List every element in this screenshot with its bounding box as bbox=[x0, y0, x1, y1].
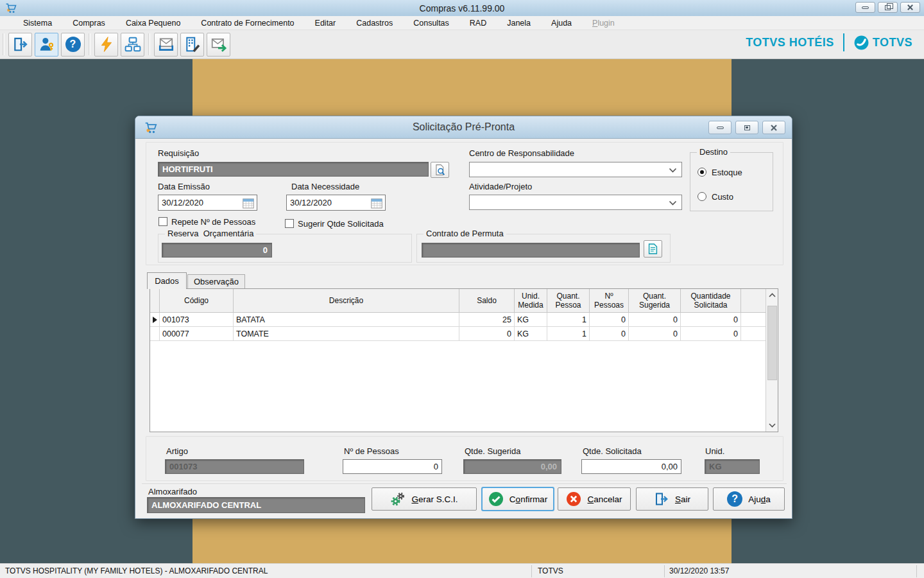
toolbar-separator bbox=[148, 33, 150, 55]
menu-contrato-fornecimento[interactable]: Contrato de Fornecimento bbox=[191, 16, 304, 30]
building-edit-button[interactable] bbox=[180, 33, 204, 57]
destino-groupbox: Destino Estoque Custo bbox=[690, 152, 773, 211]
n-pessoas-field[interactable]: 0 bbox=[343, 459, 442, 474]
exit-button[interactable] bbox=[8, 33, 32, 57]
menu-editar[interactable]: Editar bbox=[305, 16, 346, 30]
detail-panel bbox=[146, 436, 783, 481]
tab-observacao[interactable]: Observação bbox=[187, 274, 245, 289]
permuta-field bbox=[422, 243, 640, 258]
org-chart-button[interactable] bbox=[121, 33, 144, 57]
artigo-field: 001073 bbox=[165, 459, 304, 474]
chevron-down-icon bbox=[669, 200, 677, 206]
menu-rad[interactable]: RAD bbox=[459, 16, 497, 30]
requisicao-search-button[interactable] bbox=[431, 162, 449, 178]
items-table: Código Descrição Saldo Unid.Medida Quant… bbox=[150, 288, 778, 432]
gears-icon bbox=[390, 491, 406, 507]
data-necessidade-field[interactable]: 30/12/2020 bbox=[286, 195, 386, 211]
menu-ajuda[interactable]: Ajuda bbox=[541, 16, 582, 30]
dialog-maximize-button[interactable] bbox=[735, 121, 758, 134]
permuta-label: Contrato de Permuta bbox=[424, 229, 506, 238]
scroll-down-icon[interactable] bbox=[767, 420, 777, 431]
requisicao-label: Requisição bbox=[158, 148, 199, 158]
menu-sistema[interactable]: Sistema bbox=[13, 16, 62, 30]
exit-door-icon bbox=[12, 36, 29, 53]
app-minimize-button[interactable] bbox=[855, 2, 875, 13]
centro-responsabilidade-select[interactable] bbox=[469, 162, 682, 177]
qtde-solicitada-field[interactable]: 0,00 bbox=[581, 459, 681, 474]
user-key-icon bbox=[38, 36, 55, 53]
mail-receive-button[interactable] bbox=[154, 33, 178, 57]
totvs-circle-icon bbox=[853, 35, 869, 51]
lightning-icon bbox=[98, 36, 115, 53]
menu-cadastros[interactable]: Cadastros bbox=[346, 16, 403, 30]
statusbar-divider bbox=[916, 565, 917, 577]
brand-divider bbox=[843, 33, 844, 51]
statusbar: TOTVS HOSPITALITY (MY FAMILY HOTELS) - A… bbox=[0, 563, 924, 578]
reserva-field: 0 bbox=[162, 243, 272, 258]
user-button[interactable] bbox=[35, 33, 58, 57]
footer-divider bbox=[142, 484, 787, 485]
app-restore-button[interactable] bbox=[878, 2, 898, 13]
dialog-titlebar[interactable]: Solicitação Pré-Pronta bbox=[135, 116, 792, 139]
menu-caixa-pequeno[interactable]: Caixa Pequeno bbox=[116, 16, 191, 30]
statusbar-divider bbox=[664, 565, 665, 577]
app-titlebar: Compras v6.11.99.00 bbox=[0, 0, 924, 16]
document-search-icon bbox=[434, 164, 446, 176]
repete-pessoas-checkbox[interactable] bbox=[158, 217, 167, 226]
qtde-solicitada-label: Qtde. Solicitada bbox=[583, 446, 642, 456]
atividade-projeto-label: Atividade/Projeto bbox=[469, 182, 532, 191]
table-row[interactable]: 000077 TOMATE 0 KG 1 0 0 0 bbox=[150, 327, 778, 341]
dialog-title: Solicitação Pré-Pronta bbox=[135, 121, 792, 133]
destino-estoque-radio[interactable] bbox=[697, 168, 706, 177]
toolbar-grip bbox=[3, 33, 4, 55]
table-scrollbar[interactable] bbox=[766, 289, 778, 432]
data-necessidade-label: Data Necessidade bbox=[291, 182, 359, 191]
chevron-down-icon bbox=[669, 168, 677, 173]
totvs-hoteis-logo: TOTVS HOTÉIS bbox=[746, 36, 834, 49]
dialog-close-button[interactable] bbox=[762, 121, 785, 134]
help-button[interactable]: ? bbox=[61, 33, 85, 57]
solicitacao-dialog: Solicitação Pré-Pronta Requisição HORTIF… bbox=[135, 116, 792, 519]
requisicao-field: HORTIFRUTI bbox=[158, 162, 429, 177]
centro-responsabilidade-label: Centro de Responsabilidade bbox=[469, 148, 574, 158]
menu-janela[interactable]: Janela bbox=[497, 16, 541, 30]
close-icon bbox=[907, 4, 914, 11]
destino-custo-label: Custo bbox=[712, 192, 733, 202]
cancelar-button[interactable]: Cancelar bbox=[558, 487, 631, 511]
scrollbar-thumb[interactable] bbox=[767, 306, 777, 380]
statusbar-user: TOTVS bbox=[538, 566, 563, 575]
exit-door-icon bbox=[654, 491, 669, 507]
menu-consultas[interactable]: Consultas bbox=[403, 16, 459, 30]
menubar: Sistema Compras Caixa Pequeno Contrato d… bbox=[0, 16, 924, 30]
menu-compras[interactable]: Compras bbox=[62, 16, 116, 30]
ajuda-button[interactable]: ? Ajuda bbox=[713, 487, 785, 511]
unid-field: KG bbox=[705, 459, 760, 474]
quick-action-button[interactable] bbox=[94, 33, 118, 57]
app-close-button[interactable] bbox=[900, 2, 920, 13]
permuta-lookup-button[interactable] bbox=[644, 240, 662, 258]
reserva-label: Reserva Orçamentária bbox=[165, 229, 256, 238]
sair-button[interactable]: Sair bbox=[636, 487, 708, 511]
help-circle-icon: ? bbox=[727, 491, 742, 507]
table-header-row: Código Descrição Saldo Unid.Medida Quant… bbox=[150, 289, 778, 313]
scroll-up-icon[interactable] bbox=[767, 290, 777, 301]
sugerir-qtde-checkbox[interactable] bbox=[285, 219, 294, 228]
mail-send-icon bbox=[210, 36, 227, 53]
sugerir-qtde-label: Sugerir Qtde Solicitada bbox=[298, 219, 384, 229]
mail-send-button[interactable] bbox=[207, 33, 230, 57]
calendar-icon[interactable] bbox=[371, 198, 382, 211]
data-emissao-field[interactable]: 30/12/2020 bbox=[158, 195, 257, 211]
toolbar-separator bbox=[89, 33, 90, 55]
calendar-icon[interactable] bbox=[243, 198, 254, 211]
atividade-projeto-select[interactable] bbox=[469, 195, 682, 210]
mail-receive-icon bbox=[158, 36, 175, 53]
totvs-logo: TOTVS bbox=[853, 35, 912, 51]
destino-custo-radio[interactable] bbox=[697, 192, 706, 201]
table-row[interactable]: 001073 BATATA 25 KG 1 0 0 0 bbox=[150, 313, 778, 327]
tab-dados[interactable]: Dados bbox=[147, 272, 187, 289]
confirmar-button[interactable]: Confirmar bbox=[482, 487, 554, 511]
gerar-sci-button[interactable]: Gerar S.C.I. bbox=[372, 487, 477, 511]
almoxarifado-field: ALMOXARIFADO CENTRAL bbox=[147, 497, 365, 513]
dialog-minimize-button[interactable] bbox=[708, 121, 732, 134]
brand-area: TOTVS HOTÉIS TOTVS bbox=[746, 33, 912, 51]
